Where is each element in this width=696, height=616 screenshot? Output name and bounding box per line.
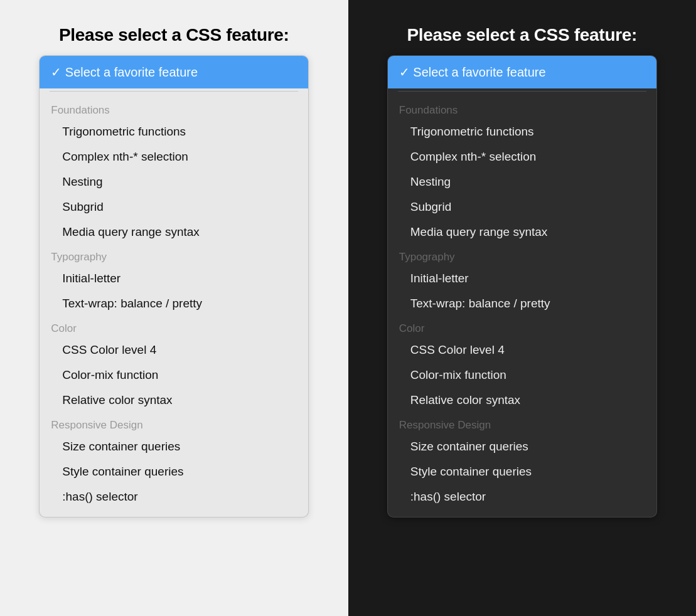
dark-option-style-container[interactable]: Style container queries	[388, 459, 656, 484]
light-option-has[interactable]: :has() selector	[40, 484, 308, 509]
light-select-header-text: ✓ Select a favorite feature	[51, 65, 198, 80]
dark-option-size-container[interactable]: Size container queries	[388, 434, 656, 459]
light-group-typography: Typography	[40, 245, 308, 266]
light-option-size-container[interactable]: Size container queries	[40, 434, 308, 459]
dark-group-color: Color	[388, 316, 656, 337]
dark-panel: Please select a CSS feature: ✓ Select a …	[348, 0, 697, 616]
dark-option-initial-letter[interactable]: Initial-letter	[388, 266, 656, 291]
light-select-body: Foundations Trigonometric functions Comp…	[40, 94, 308, 517]
dark-group-foundations: Foundations	[388, 98, 656, 119]
light-select-header[interactable]: ✓ Select a favorite feature	[40, 56, 308, 88]
dark-divider	[398, 91, 646, 92]
dark-option-subgrid[interactable]: Subgrid	[388, 194, 656, 220]
dark-option-textwrap[interactable]: Text-wrap: balance / pretty	[388, 291, 656, 316]
dark-option-media[interactable]: Media query range syntax	[388, 220, 656, 245]
dark-group-responsive: Responsive Design	[388, 413, 656, 434]
light-option-textwrap[interactable]: Text-wrap: balance / pretty	[40, 291, 308, 316]
dark-option-relative-color[interactable]: Relative color syntax	[388, 388, 656, 413]
light-option-nth[interactable]: Complex nth-* selection	[40, 144, 308, 169]
dark-option-nth[interactable]: Complex nth-* selection	[388, 144, 656, 169]
light-select-box: ✓ Select a favorite feature Foundations …	[39, 55, 309, 518]
dark-option-css-color[interactable]: CSS Color level 4	[388, 337, 656, 363]
dark-option-nesting[interactable]: Nesting	[388, 169, 656, 194]
light-divider	[50, 91, 298, 92]
dark-select-body: Foundations Trigonometric functions Comp…	[388, 94, 656, 517]
dark-select-header[interactable]: ✓ Select a favorite feature	[388, 56, 656, 88]
light-option-subgrid[interactable]: Subgrid	[40, 194, 308, 220]
light-option-style-container[interactable]: Style container queries	[40, 459, 308, 484]
light-option-color-mix[interactable]: Color-mix function	[40, 363, 308, 388]
dark-select-header-text: ✓ Select a favorite feature	[399, 65, 546, 80]
light-option-nesting[interactable]: Nesting	[40, 169, 308, 194]
light-group-responsive: Responsive Design	[40, 413, 308, 434]
light-option-relative-color[interactable]: Relative color syntax	[40, 388, 308, 413]
light-group-foundations: Foundations	[40, 98, 308, 119]
light-panel-title: Please select a CSS feature:	[59, 25, 289, 45]
dark-option-color-mix[interactable]: Color-mix function	[388, 363, 656, 388]
light-panel: Please select a CSS feature: ✓ Select a …	[0, 0, 348, 616]
light-group-color: Color	[40, 316, 308, 337]
light-option-trig[interactable]: Trigonometric functions	[40, 119, 308, 144]
dark-option-trig[interactable]: Trigonometric functions	[388, 119, 656, 144]
dark-option-has[interactable]: :has() selector	[388, 484, 656, 509]
dark-panel-title: Please select a CSS feature:	[407, 25, 637, 45]
dark-select-box: ✓ Select a favorite feature Foundations …	[387, 55, 657, 518]
light-option-media[interactable]: Media query range syntax	[40, 220, 308, 245]
light-option-css-color[interactable]: CSS Color level 4	[40, 337, 308, 363]
dark-group-typography: Typography	[388, 245, 656, 266]
light-option-initial-letter[interactable]: Initial-letter	[40, 266, 308, 291]
